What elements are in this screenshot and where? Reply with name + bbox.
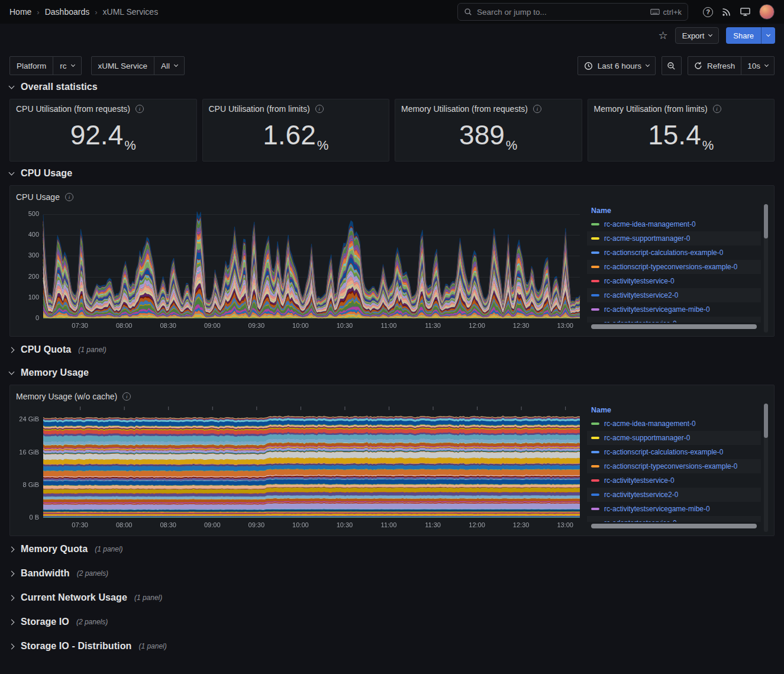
search-box[interactable]: ctrl+k <box>457 3 688 21</box>
stat-title: Memory Utilisation (from limits) <box>594 104 708 114</box>
chevron-down-icon <box>9 83 15 89</box>
xuml-service-value: All <box>161 62 170 70</box>
series-name: rc-actionscript-typeconversions-example-… <box>604 462 737 470</box>
info-icon[interactable]: i <box>65 193 73 201</box>
refresh-icon <box>694 62 702 70</box>
memory-usage-chart[interactable] <box>16 404 582 532</box>
chevron-right-icon <box>9 546 15 552</box>
section-overall-statistics[interactable]: Overall statistics <box>0 77 784 97</box>
chevron-down-icon <box>70 63 75 67</box>
time-controls: Last 6 hours Refresh 10s <box>577 56 775 75</box>
info-icon[interactable]: i <box>315 105 324 113</box>
stat-value: 1.62 <box>263 121 316 149</box>
legend-item[interactable]: rc-activitytestservice2-0 <box>587 488 761 502</box>
legend-item[interactable]: rc-actionscript-typeconversions-example-… <box>587 260 761 274</box>
legend-horizontal-scrollbar[interactable] <box>591 524 757 528</box>
series-name: rc-activitytestservicegame-mibe-0 <box>604 505 710 513</box>
info-icon[interactable]: i <box>713 105 721 113</box>
legend-item[interactable]: rc-activitytestservice-0 <box>587 274 761 288</box>
legend-item[interactable]: rc-actionscript-calculations-example-0 <box>587 246 761 260</box>
section-bandwidth[interactable]: Bandwidth (2 panels) <box>0 562 784 585</box>
chevron-down-icon <box>9 169 15 175</box>
legend-vertical-scrollbar[interactable] <box>764 204 768 333</box>
memory-legend: Name rc-acme-idea-management-0rc-acme-su… <box>587 404 768 532</box>
series-name: rc-adaptertestservice-0 <box>604 519 677 522</box>
section-cpu-quota[interactable]: CPU Quota (1 panel) <box>0 338 784 361</box>
platform-label: Platform <box>9 56 53 75</box>
legend-header-name[interactable]: Name <box>587 204 761 217</box>
section-panel-count: (1 panel) <box>134 594 162 602</box>
section-storage-io-distribution[interactable]: Storage IO - Distribution (1 panel) <box>0 635 784 657</box>
series-name: rc-actionscript-calculations-example-0 <box>604 249 723 257</box>
xuml-service-label: xUML Service <box>91 56 155 75</box>
series-color-chip <box>591 280 599 282</box>
news-rss-icon[interactable] <box>722 7 731 17</box>
breadcrumb-current-page: xUML Services <box>103 7 159 17</box>
legend-item[interactable]: rc-acme-idea-management-0 <box>587 417 761 431</box>
legend-rows: rc-acme-idea-management-0rc-acme-support… <box>587 417 761 522</box>
section-memory-usage[interactable]: Memory Usage <box>0 363 784 383</box>
info-icon[interactable]: i <box>122 392 131 401</box>
help-icon[interactable]: ? <box>703 7 713 17</box>
legend-item[interactable]: rc-adaptertestservice-0 <box>587 317 761 323</box>
breadcrumb-dashboards[interactable]: Dashboards <box>45 7 90 17</box>
series-name: rc-activitytestservicegame-mibe-0 <box>604 305 710 314</box>
refresh-button[interactable]: Refresh <box>688 56 741 75</box>
stat-title: Memory Utilisation (from requests) <box>401 104 528 114</box>
legend-item[interactable]: rc-acme-supportmanager-0 <box>587 431 761 445</box>
section-title: Memory Quota <box>21 544 88 554</box>
legend-item[interactable]: rc-activitytestservicegame-mibe-0 <box>587 502 761 516</box>
breadcrumb-home[interactable]: Home <box>9 7 31 17</box>
stat-panel-memory-limits: Memory Utilisation (from limits) i 15.4 … <box>588 99 775 162</box>
section-title: CPU Usage <box>21 168 72 179</box>
favorite-star-icon[interactable]: ☆ <box>659 30 668 41</box>
legend-item[interactable]: rc-activitytestservicegame-mibe-0 <box>587 302 761 317</box>
refresh-interval-select[interactable]: 10s <box>741 56 775 75</box>
legend-item[interactable]: rc-acme-idea-management-0 <box>587 217 761 231</box>
stat-panel-cpu-requests: CPU Utilisation (from requests) i 92.4 % <box>9 99 197 162</box>
chevron-down-icon <box>708 33 712 37</box>
nav-icon-group: ? <box>703 4 775 20</box>
series-name: rc-acme-supportmanager-0 <box>604 434 690 442</box>
info-icon[interactable]: i <box>533 105 541 113</box>
xuml-service-select[interactable]: All <box>154 56 185 75</box>
section-current-network-usage[interactable]: Current Network Usage (1 panel) <box>0 586 784 609</box>
stat-unit: % <box>317 138 329 156</box>
cpu-chart-area <box>16 204 582 333</box>
time-range-picker[interactable]: Last 6 hours <box>577 56 656 75</box>
section-storage-io[interactable]: Storage IO (2 panels) <box>0 611 784 633</box>
platform-variable: Platform rc <box>9 56 82 75</box>
legend-horizontal-scrollbar[interactable] <box>591 324 757 329</box>
info-icon[interactable]: i <box>135 105 144 113</box>
legend-header-name[interactable]: Name <box>587 404 761 417</box>
user-avatar[interactable] <box>759 4 775 20</box>
section-title: Memory Usage <box>21 367 89 378</box>
chevron-down-icon <box>9 369 15 375</box>
series-color-chip <box>591 479 599 482</box>
legend-item[interactable]: rc-adaptertestservice-0 <box>587 516 761 522</box>
share-label: Share <box>733 31 754 40</box>
time-range-label: Last 6 hours <box>598 62 641 70</box>
legend-item[interactable]: rc-activitytestservice-0 <box>587 473 761 488</box>
legend-item[interactable]: rc-actionscript-typeconversions-example-… <box>587 459 761 473</box>
dashboard-toolbar: ☆ Export Share <box>0 24 784 47</box>
monitor-icon[interactable] <box>740 7 750 17</box>
share-button[interactable]: Share <box>726 27 761 44</box>
refresh-split-button: Refresh 10s <box>688 56 775 75</box>
export-button[interactable]: Export <box>675 27 720 44</box>
cpu-usage-chart[interactable] <box>16 204 582 333</box>
legend-item[interactable]: rc-acme-supportmanager-0 <box>587 231 761 246</box>
legend-vertical-scrollbar[interactable] <box>764 404 768 532</box>
series-color-chip <box>591 494 599 496</box>
section-memory-quota[interactable]: Memory Quota (1 panel) <box>0 538 784 560</box>
legend-item[interactable]: rc-actionscript-calculations-example-0 <box>587 445 761 459</box>
section-cpu-usage[interactable]: CPU Usage <box>0 163 784 183</box>
cpu-usage-panel: CPU Usage i Name rc-acme-idea-management… <box>9 185 775 337</box>
share-menu-button[interactable] <box>761 27 775 44</box>
legend-item[interactable]: rc-activitytestservice2-0 <box>587 288 761 302</box>
stat-panels-row: CPU Utilisation (from requests) i 92.4 %… <box>0 97 784 162</box>
breadcrumb-separator: › <box>37 8 39 17</box>
search-input[interactable] <box>477 8 646 17</box>
zoom-out-button[interactable] <box>662 56 682 75</box>
platform-select[interactable]: rc <box>53 56 81 75</box>
